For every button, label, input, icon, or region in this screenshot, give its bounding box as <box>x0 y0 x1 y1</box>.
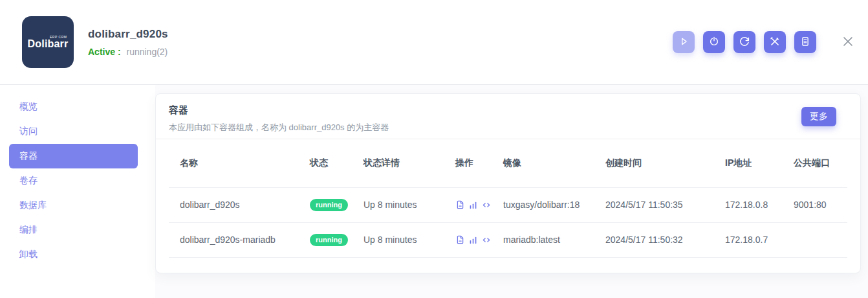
tools-button[interactable] <box>764 31 786 53</box>
chart-icon[interactable] <box>468 235 478 245</box>
sidebar-item-uninstall[interactable]: 卸载 <box>9 242 138 267</box>
containers-panel: 容器 本应用由如下容器组成，名称为 dolibarr_d920s 的为主容器 更… <box>155 93 861 273</box>
sidebar: 概览 访问 容器 卷存 数据库 编排 卸载 <box>0 85 155 298</box>
cell-ip: 172.18.0.7 <box>725 222 794 257</box>
play-icon <box>678 36 689 49</box>
restart-icon <box>739 36 750 49</box>
cell-image: tuxgasy/dolibarr:18 <box>503 187 605 222</box>
status-line: Active : running(2) <box>88 47 168 57</box>
containers-table: 名称 状态 状态详情 操作 镜像 创建时间 IP地址 公共端口 <box>169 139 847 258</box>
table-row: dolibarr_d920s-mariadb running Up 8 minu… <box>169 222 847 257</box>
cell-created: 2024/5/17 11:50:32 <box>605 222 725 257</box>
containers-table-wrap: 名称 状态 状态详情 操作 镜像 创建时间 IP地址 公共端口 <box>156 139 860 258</box>
panel-header: 容器 本应用由如下容器组成，名称为 dolibarr_d920s 的为主容器 更… <box>156 94 860 139</box>
title-block: dolibarr_d920s Active : running(2) <box>88 28 168 57</box>
dolibarr-logo-inner: ERP CRM Dolibarr <box>28 35 69 50</box>
code-icon[interactable] <box>481 200 492 210</box>
app-detail-window: ERP CRM Dolibarr dolibarr_d920s Active :… <box>0 0 868 298</box>
sidebar-item-containers[interactable]: 容器 <box>9 144 138 168</box>
cell-name: dolibarr_d920s-mariadb <box>169 222 310 257</box>
sidebar-item-compose[interactable]: 编排 <box>9 218 138 242</box>
sidebar-item-overview[interactable]: 概览 <box>9 95 138 119</box>
status-badge: running <box>310 234 348 246</box>
table-row: dolibarr_d920s running Up 8 minutes <box>169 187 847 222</box>
code-icon[interactable] <box>481 235 492 245</box>
power-icon <box>708 36 720 49</box>
dolibarr-logo: ERP CRM Dolibarr <box>22 16 74 68</box>
row-actions <box>455 235 503 245</box>
table-header-row: 名称 状态 状态详情 操作 镜像 创建时间 IP地址 公共端口 <box>169 139 847 187</box>
content-area: 概览 访问 容器 卷存 数据库 编排 卸载 容器 本应用由如下容器组成，名称为 … <box>0 85 868 298</box>
status-label: Active : <box>88 47 121 57</box>
cell-image: mariadb:latest <box>503 222 605 257</box>
cell-status-detail: Up 8 minutes <box>363 187 455 222</box>
logs-icon <box>799 36 811 49</box>
close-icon <box>841 35 854 50</box>
chart-icon[interactable] <box>468 200 478 210</box>
restart-button[interactable] <box>733 31 755 53</box>
col-actions: 操作 <box>455 139 503 187</box>
cell-port <box>794 222 847 257</box>
col-status: 状态 <box>310 139 363 187</box>
toolbar <box>673 31 862 53</box>
logo-text: Dolibarr <box>28 38 69 50</box>
more-button[interactable]: 更多 <box>801 107 836 126</box>
start-button[interactable] <box>673 31 695 53</box>
row-actions <box>455 200 503 210</box>
logs-button[interactable] <box>794 31 816 53</box>
panel-subtitle: 本应用由如下容器组成，名称为 dolibarr_d920s 的为主容器 <box>169 122 847 133</box>
col-name: 名称 <box>169 139 310 187</box>
window-header: ERP CRM Dolibarr dolibarr_d920s Active :… <box>0 0 868 85</box>
cell-actions <box>455 222 503 257</box>
col-ip: IP地址 <box>725 139 794 187</box>
col-created: 创建时间 <box>605 139 725 187</box>
page-title: dolibarr_d920s <box>88 28 168 41</box>
close-button[interactable] <box>840 34 856 51</box>
cell-status: running <box>310 187 363 222</box>
sidebar-item-database[interactable]: 数据库 <box>9 193 138 218</box>
sidebar-item-access[interactable]: 访问 <box>9 119 138 144</box>
cell-actions <box>455 187 503 222</box>
cell-status-detail: Up 8 minutes <box>363 222 455 257</box>
cell-ip: 172.18.0.8 <box>725 187 794 222</box>
col-port: 公共端口 <box>794 139 847 187</box>
panel-title: 容器 <box>169 104 847 117</box>
col-image: 镜像 <box>503 139 605 187</box>
cell-name: dolibarr_d920s <box>169 187 310 222</box>
sidebar-item-volumes[interactable]: 卷存 <box>9 168 138 193</box>
cell-created: 2024/5/17 11:50:35 <box>605 187 725 222</box>
file-icon[interactable] <box>455 200 465 210</box>
main-area: 容器 本应用由如下容器组成，名称为 dolibarr_d920s 的为主容器 更… <box>155 85 868 298</box>
status-badge: running <box>310 199 348 211</box>
file-icon[interactable] <box>455 235 465 245</box>
stop-button[interactable] <box>703 31 725 53</box>
cell-port: 9001:80 <box>794 187 847 222</box>
col-status-detail: 状态详情 <box>363 139 455 187</box>
tools-icon <box>769 36 781 49</box>
status-value: running(2) <box>126 47 168 57</box>
cell-status: running <box>310 222 363 257</box>
